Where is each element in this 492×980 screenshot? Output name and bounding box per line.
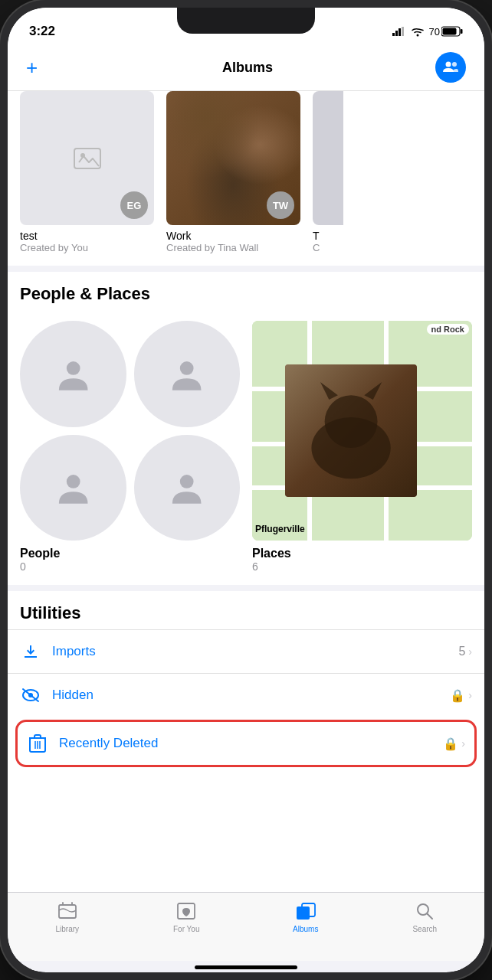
page-title: Albums bbox=[222, 60, 273, 76]
nav-bar: + Albums bbox=[8, 46, 484, 91]
person-circle-2 bbox=[134, 321, 241, 427]
recently-deleted-label: Recently Deleted bbox=[59, 736, 443, 751]
svg-point-13 bbox=[66, 361, 80, 375]
recently-deleted-right: 🔒 › bbox=[443, 737, 465, 751]
tab-for-you[interactable]: For You bbox=[127, 900, 247, 933]
person-placeholder-icon-2 bbox=[166, 353, 208, 395]
map-background: nd Rock Pflugerville bbox=[252, 321, 472, 541]
library-tab-icon bbox=[57, 900, 78, 922]
trash-icon bbox=[27, 733, 48, 754]
svg-point-4 bbox=[416, 34, 418, 37]
imports-row[interactable]: Imports 5 › bbox=[8, 629, 484, 673]
recently-deleted-chevron: › bbox=[461, 737, 465, 750]
recently-deleted-row[interactable]: Recently Deleted 🔒 › bbox=[15, 720, 477, 767]
svg-point-9 bbox=[452, 62, 457, 67]
places-column[interactable]: nd Rock Pflugerville Places 6 bbox=[252, 321, 472, 573]
search-tab-icon bbox=[414, 900, 435, 922]
svg-rect-1 bbox=[395, 31, 398, 36]
svg-point-11 bbox=[80, 153, 85, 158]
album-thumb-work: TW bbox=[166, 91, 300, 225]
album-sub-work: Created by Tina Wall bbox=[166, 242, 300, 253]
people-places-section: People & Places bbox=[8, 272, 484, 321]
search-tab-label: Search bbox=[412, 925, 437, 933]
for-you-tab-icon bbox=[175, 900, 197, 922]
svg-point-8 bbox=[445, 62, 451, 67]
library-tab-label: Library bbox=[55, 925, 79, 933]
home-indicator bbox=[195, 965, 297, 969]
album-item-test[interactable]: EG test Created by You bbox=[20, 91, 154, 253]
svg-point-21 bbox=[28, 693, 33, 697]
album-name-partial: T bbox=[313, 230, 343, 242]
people-icon bbox=[441, 58, 460, 77]
main-content: EG test Created by You TW Work Created b… bbox=[8, 91, 484, 892]
bottom-spacer bbox=[8, 770, 484, 786]
recently-deleted-lock-icon: 🔒 bbox=[443, 737, 458, 751]
places-label: Places bbox=[252, 547, 472, 560]
album-thumb-partial bbox=[313, 91, 343, 225]
imports-right: 5 › bbox=[458, 645, 472, 658]
album-avatar-tw: TW bbox=[267, 191, 294, 219]
phone-frame: 3:22 70 bbox=[0, 0, 492, 980]
status-icons: 70 bbox=[392, 26, 463, 38]
hidden-row[interactable]: Hidden 🔒 › bbox=[8, 673, 484, 717]
signal-icon bbox=[392, 27, 406, 36]
imports-label: Imports bbox=[52, 644, 458, 659]
screen: 3:22 70 bbox=[8, 8, 484, 972]
person-placeholder-icon-3 bbox=[52, 466, 94, 508]
hidden-label: Hidden bbox=[52, 688, 450, 703]
battery-icon bbox=[441, 26, 463, 37]
shared-albums-row: EG test Created by You TW Work Created b… bbox=[8, 91, 484, 266]
tab-bar: Library For You bbox=[8, 892, 484, 961]
utilities-section: Utilities Imports 5 › bbox=[8, 591, 484, 767]
album-avatar-eg: EG bbox=[120, 191, 148, 219]
svg-rect-3 bbox=[402, 27, 404, 36]
album-placeholder-icon bbox=[68, 139, 107, 178]
map-cat-overlay bbox=[285, 364, 417, 496]
tab-library[interactable]: Library bbox=[8, 900, 127, 933]
svg-rect-2 bbox=[399, 28, 401, 36]
cat-silhouette bbox=[285, 364, 417, 496]
section-divider-1 bbox=[8, 266, 484, 272]
svg-line-32 bbox=[428, 914, 433, 920]
wifi-icon bbox=[411, 26, 425, 37]
person-circle-1 bbox=[20, 321, 126, 427]
add-album-button[interactable]: + bbox=[26, 56, 60, 80]
tab-albums[interactable]: Albums bbox=[246, 900, 366, 933]
album-sub-test: Created by You bbox=[20, 242, 154, 253]
svg-rect-0 bbox=[392, 33, 395, 36]
people-column[interactable]: People 0 bbox=[20, 321, 240, 573]
people-circles bbox=[20, 321, 240, 541]
svg-rect-10 bbox=[74, 149, 100, 168]
album-sub-partial: C bbox=[313, 242, 343, 253]
album-item-work[interactable]: TW Work Created by Tina Wall bbox=[166, 91, 300, 253]
albums-tab-label: Albums bbox=[293, 925, 318, 933]
hidden-lock-icon: 🔒 bbox=[450, 688, 465, 703]
tab-search[interactable]: Search bbox=[366, 900, 485, 933]
album-name-work: Work bbox=[166, 230, 300, 242]
album-item-partial[interactable]: T C bbox=[313, 91, 343, 253]
svg-rect-6 bbox=[461, 29, 463, 34]
people-count: 0 bbox=[20, 560, 240, 573]
people-label: People bbox=[20, 547, 240, 560]
imports-chevron: › bbox=[468, 645, 472, 658]
places-thumb: nd Rock Pflugerville bbox=[252, 321, 472, 541]
people-places-title: People & Places bbox=[20, 284, 472, 304]
hidden-right: 🔒 › bbox=[450, 688, 472, 703]
person-circle-4 bbox=[134, 435, 241, 541]
phone-notch bbox=[177, 8, 315, 34]
map-city-label: Pflugerville bbox=[255, 524, 305, 534]
utilities-title: Utilities bbox=[8, 603, 484, 629]
battery-percent: 70 bbox=[429, 26, 440, 38]
svg-rect-29 bbox=[297, 906, 310, 920]
cat-thumbnail bbox=[285, 364, 417, 496]
battery-container: 70 bbox=[429, 26, 463, 38]
hidden-chevron: › bbox=[468, 689, 472, 701]
shared-with-button[interactable] bbox=[435, 52, 466, 83]
for-you-tab-label: For You bbox=[173, 925, 199, 933]
places-count: 6 bbox=[252, 560, 472, 573]
svg-point-14 bbox=[180, 361, 194, 375]
albums-tab-icon bbox=[295, 900, 317, 922]
imports-icon bbox=[20, 641, 41, 662]
person-circle-3 bbox=[20, 435, 126, 541]
person-placeholder-icon-1 bbox=[52, 353, 94, 395]
